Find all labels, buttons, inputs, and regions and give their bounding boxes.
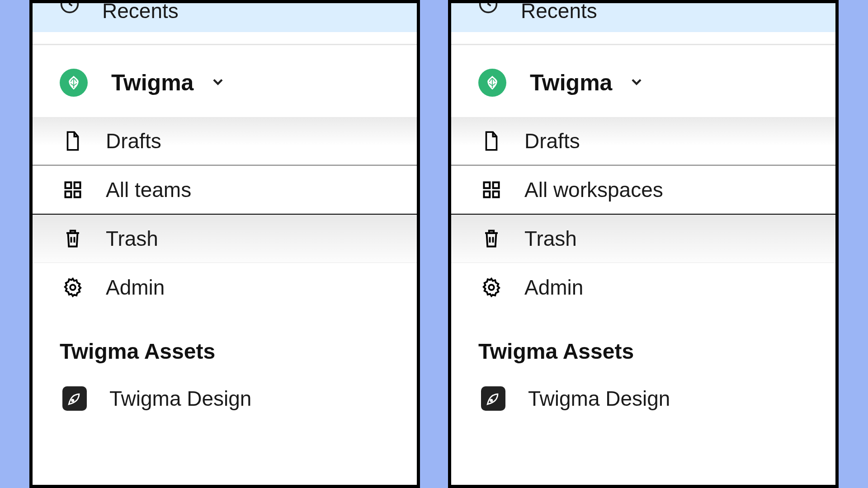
nav-drafts[interactable]: Drafts [33,117,417,165]
pen-icon [481,386,505,411]
nav-all-label: All teams [106,178,191,202]
nav-admin-label: Admin [106,275,165,300]
clock-icon [60,0,80,14]
grid-icon [62,179,83,200]
nav-drafts[interactable]: Drafts [451,117,835,165]
org-switcher[interactable]: Twigma [33,45,417,117]
org-name: Twigma [530,70,612,96]
nav-all-label: All workspaces [524,178,663,202]
nav-admin[interactable]: Admin [451,263,835,312]
svg-point-0 [61,0,78,12]
svg-rect-2 [75,183,80,188]
nav-all[interactable]: All workspaces [451,165,835,214]
sidebar-panel-left: Recents Twigma Drafts All teams Trash Ad [29,0,420,488]
clock-icon [478,0,498,14]
nav-drafts-label: Drafts [524,129,580,153]
svg-rect-8 [484,183,490,188]
nav-recents-label: Recents [102,0,179,23]
org-switcher[interactable]: Twigma [451,45,835,117]
svg-point-5 [70,285,75,290]
nav-recents[interactable]: Recents [451,3,835,32]
svg-point-7 [480,0,497,12]
nav-trash-label: Trash [106,226,158,251]
svg-rect-10 [484,192,490,197]
svg-rect-3 [66,192,71,197]
pen-icon [62,386,87,411]
svg-point-13 [491,399,492,401]
svg-point-12 [489,285,494,290]
nav-drafts-label: Drafts [106,129,161,153]
nav-trash[interactable]: Trash [33,214,417,263]
grid-icon [481,179,502,200]
asset-item[interactable]: Twigma Design [451,377,835,420]
svg-rect-11 [493,192,499,197]
assets-section-title: Twigma Assets [33,312,417,377]
sidebar-panel-right: Recents Twigma Drafts All workspaces Tra… [448,0,839,488]
nav-trash[interactable]: Trash [451,214,835,263]
org-avatar [60,69,88,97]
nav-all[interactable]: All teams [33,165,417,214]
trash-icon [62,228,83,249]
nav-admin-label: Admin [524,275,583,300]
asset-item[interactable]: Twigma Design [33,377,417,420]
nav-recents-label: Recents [521,0,597,23]
svg-rect-4 [75,192,80,197]
nav-trash-label: Trash [524,226,577,251]
svg-rect-1 [66,183,71,188]
org-avatar [478,69,506,97]
file-icon [481,131,502,151]
trash-icon [481,228,502,249]
asset-item-label: Twigma Design [528,386,670,411]
asset-item-label: Twigma Design [109,386,251,411]
chevron-down-icon [210,74,226,92]
assets-section-title: Twigma Assets [451,312,835,377]
gear-icon [481,277,502,298]
nav-recents[interactable]: Recents [33,3,417,32]
svg-rect-9 [493,183,499,188]
nav-admin[interactable]: Admin [33,263,417,312]
chevron-down-icon [628,74,645,92]
gear-icon [62,277,83,298]
svg-point-6 [72,399,74,401]
org-name: Twigma [111,70,193,96]
file-icon [62,131,83,151]
